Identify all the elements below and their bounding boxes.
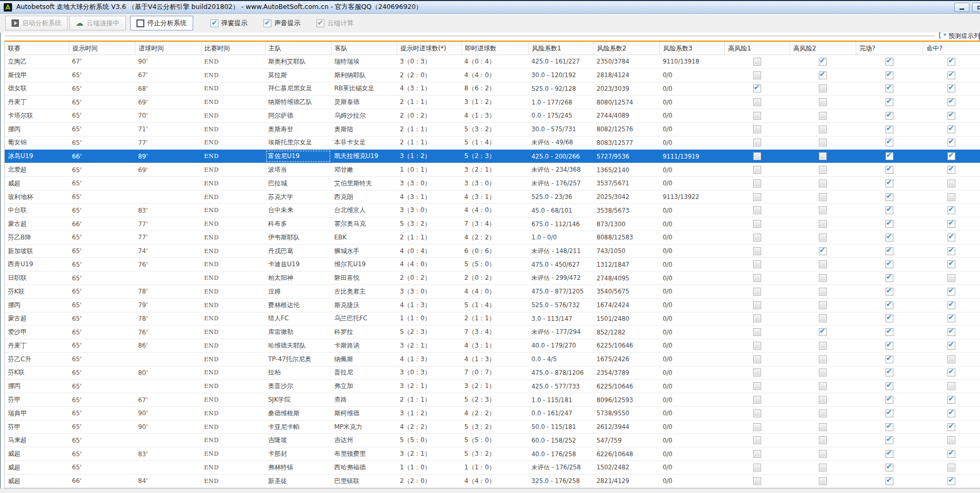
high-risk2-checkbox[interactable] (819, 85, 827, 92)
column-header-tip_time[interactable]: 提示时间 (69, 42, 135, 55)
high-risk2-checkbox[interactable] (819, 328, 827, 336)
table-row[interactable]: 挪丙65'71'END奥斯寿登奥斯陆2（1：1）5（3：2）30.0 - 575… (5, 123, 980, 137)
table-row[interactable]: 日职联65'END柏太阳神磐田喜悦2（0：2）2（0：2）未评估 - 299/4… (5, 271, 980, 285)
hit-checkbox[interactable] (947, 369, 955, 376)
table-row[interactable]: 玻利地杯65'END苏克大学西克朗4（3：1）4（3：1）525.0 - 23/… (5, 191, 980, 204)
column-header-hit[interactable]: 命中? (923, 42, 980, 55)
high-risk1-checkbox[interactable] (753, 260, 761, 268)
high-risk1-checkbox[interactable] (753, 98, 761, 106)
hit-checkbox[interactable] (947, 314, 955, 322)
high-risk1-checkbox[interactable] (753, 436, 761, 444)
high-risk1-checkbox[interactable] (753, 450, 761, 458)
high-risk2-checkbox[interactable] (819, 464, 827, 471)
hit-checkbox[interactable] (947, 206, 955, 214)
finished-checkbox[interactable] (886, 450, 893, 458)
high-risk1-checkbox[interactable] (753, 314, 761, 322)
finished-checkbox[interactable] (886, 166, 893, 174)
start-analysis-button[interactable]: 启动分析系统 (5, 16, 68, 30)
column-header-risk2[interactable]: 风险系数2 (593, 42, 659, 55)
table-row[interactable]: 威超65'END弗林特镇西哈弗福德1（1：0）1（1：0）未评估 - 176/2… (5, 461, 980, 475)
popup-alert-checkbox[interactable] (210, 19, 218, 27)
high-risk2-checkbox[interactable] (819, 125, 827, 133)
finished-checkbox[interactable] (886, 85, 893, 92)
high-risk2-checkbox[interactable] (819, 180, 827, 187)
hit-checkbox[interactable] (947, 260, 955, 268)
high-risk1-checkbox[interactable] (753, 193, 761, 201)
column-header-home[interactable]: 主队 (265, 42, 331, 55)
finished-checkbox[interactable] (886, 369, 893, 376)
high-risk2-checkbox[interactable] (819, 112, 827, 120)
high-risk1-checkbox[interactable] (753, 477, 761, 485)
maximize-button[interactable] (972, 3, 980, 12)
high-risk2-checkbox[interactable] (819, 423, 827, 431)
high-risk1-checkbox[interactable] (753, 423, 761, 431)
column-header-tip_goals[interactable]: 提示时进球数(*) (397, 42, 461, 55)
table-row[interactable]: 芬甲65'90'END卡亚尼卡帕MP米克力4（2：2）5（3：2）50.0 - … (5, 421, 980, 434)
table-row[interactable]: 马来超65'END吉隆坡吉达州5（5：0）5（5：0）60.0 - 158/25… (5, 434, 980, 447)
high-risk1-checkbox[interactable] (753, 355, 761, 363)
high-risk2-checkbox[interactable] (819, 152, 827, 160)
table-row[interactable]: 北爱超65'69'END波塔当邓甘嫩1（0：1）3（2：1）未评估 - 234/… (5, 163, 980, 177)
high-risk2-checkbox[interactable] (819, 260, 827, 268)
finished-checkbox[interactable] (886, 220, 893, 228)
high-risk1-checkbox[interactable] (753, 247, 761, 255)
table-row[interactable]: 威超65'END巴拉城艾伯里斯特夫3（3：0）3（3：0）未评估 - 176/2… (5, 177, 980, 191)
high-risk1-checkbox[interactable] (753, 464, 761, 471)
finished-checkbox[interactable] (886, 58, 893, 66)
hit-checkbox[interactable] (947, 152, 955, 160)
hit-checkbox[interactable] (947, 436, 955, 444)
hit-checkbox[interactable] (947, 355, 955, 363)
table-row[interactable]: 中台联65'83'END台中未来台北维京人3（3：0）4（4：0）45.0 - … (5, 204, 980, 217)
high-risk2-checkbox[interactable] (819, 234, 827, 242)
high-risk1-checkbox[interactable] (753, 301, 761, 309)
sound-alert-checkbox[interactable] (264, 19, 271, 27)
high-risk1-checkbox[interactable] (753, 112, 761, 120)
finished-checkbox[interactable] (886, 436, 893, 444)
hit-checkbox[interactable] (947, 58, 955, 66)
high-risk1-checkbox[interactable] (753, 234, 761, 242)
finished-checkbox[interactable] (886, 98, 893, 106)
high-risk2-checkbox[interactable] (819, 355, 827, 363)
finished-checkbox[interactable] (886, 260, 893, 268)
high-risk1-checkbox[interactable] (753, 206, 761, 214)
high-risk2-checkbox[interactable] (819, 288, 827, 296)
high-risk2-checkbox[interactable] (819, 396, 827, 404)
table-row[interactable]: 斯伐甲65'67'END莫拉斯斯利纳耶队2（2：0）4（4：0）30.0 - 1… (5, 69, 980, 82)
high-risk2-checkbox[interactable] (819, 98, 827, 106)
high-risk2-checkbox[interactable] (819, 369, 827, 376)
finished-checkbox[interactable] (886, 206, 893, 214)
high-risk2-checkbox[interactable] (819, 314, 827, 322)
table-row[interactable]: 西青U1965'76'END卡迪兹U19维尔瓦U194（4：0）5（5：0）47… (5, 258, 980, 271)
hit-checkbox[interactable] (947, 274, 955, 282)
high-risk2-checkbox[interactable] (819, 220, 827, 228)
high-risk1-checkbox[interactable] (753, 369, 761, 376)
column-header-live_goals[interactable]: 即时进球数 (461, 42, 529, 55)
hit-checkbox[interactable] (947, 220, 955, 228)
table-row[interactable]: 威超65'83'END卡那封布里顿费里3（2：1）5（3：2）40.0 - 17… (5, 447, 980, 461)
finished-checkbox[interactable] (886, 125, 893, 133)
high-risk2-checkbox[interactable] (819, 410, 827, 417)
hit-checkbox[interactable] (947, 166, 955, 174)
finished-checkbox[interactable] (886, 355, 893, 363)
hit-checkbox[interactable] (947, 382, 955, 390)
high-risk1-checkbox[interactable] (753, 180, 761, 187)
high-risk2-checkbox[interactable] (819, 71, 827, 79)
column-header-away[interactable]: 客队 (331, 42, 397, 55)
column-header-match_time[interactable]: 比赛时间 (201, 42, 265, 55)
hit-checkbox[interactable] (947, 342, 955, 350)
finished-checkbox[interactable] (886, 382, 893, 390)
finished-checkbox[interactable] (886, 410, 893, 417)
hit-checkbox[interactable] (947, 71, 955, 79)
table-row[interactable]: 芬乙C升65'ENDTP-47托尔尼奥纳佩斯4（1：3）4（1：3）0.0 - … (5, 353, 980, 366)
column-header-high_risk1[interactable]: 高风险1 (724, 42, 789, 55)
high-risk1-checkbox[interactable] (753, 166, 761, 174)
high-risk1-checkbox[interactable] (753, 410, 761, 417)
column-header-risk1[interactable]: 风险系数1 (529, 42, 594, 55)
high-risk2-checkbox[interactable] (819, 450, 827, 458)
minimize-button[interactable] (954, 3, 970, 12)
high-risk2-checkbox[interactable] (819, 274, 827, 282)
hit-checkbox[interactable] (947, 410, 955, 417)
table-row[interactable]: 威超66'84'END新圣徒巴里镇联2（2：0）4（4：0）325.0 - 17… (5, 475, 980, 488)
stop-analysis-button[interactable]: 停止分析系统 (130, 16, 193, 30)
table-row[interactable]: 新加坡联65'74'END丹戎巴葛狮城水手4（0：4）6（0：6）未评估 - 1… (5, 245, 980, 258)
